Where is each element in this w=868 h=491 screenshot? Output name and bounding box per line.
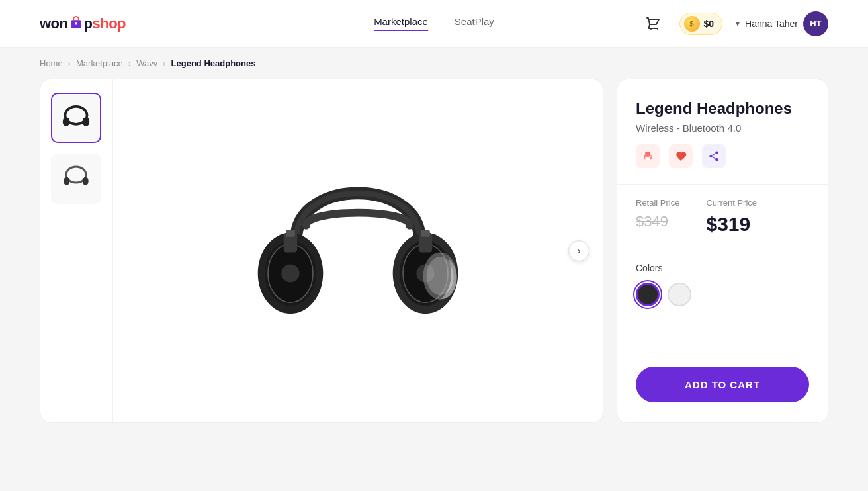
product-main-image (245, 125, 470, 377)
logo-bag-icon (69, 15, 83, 30)
current-price-col: Current Price $319 (706, 198, 757, 236)
svg-point-7 (63, 117, 70, 126)
thumb-2-image (56, 159, 96, 199)
breadcrumb-home[interactable]: Home (40, 58, 63, 68)
svg-point-37 (709, 155, 713, 158)
svg-rect-29 (421, 230, 430, 237)
product-title: Legend Headphones (636, 99, 809, 118)
logo-shop-text: shop (92, 15, 126, 32)
add-to-cart-button[interactable]: ADD TO CART (636, 367, 809, 402)
logo-won-text: won (40, 15, 68, 32)
breadcrumb-brand[interactable]: Wavv (136, 58, 157, 68)
current-price: $319 (706, 213, 757, 236)
user-menu[interactable]: ▾ Hanna Taher HT (736, 11, 828, 36)
chevron-down-icon: ▾ (736, 19, 740, 28)
print-icon (642, 150, 654, 162)
thumbnail-2[interactable] (51, 154, 101, 204)
svg-point-2 (650, 29, 652, 30)
coin-icon: $ (684, 16, 700, 32)
cart-button[interactable] (640, 11, 666, 37)
logo[interactable]: won p shop (40, 15, 126, 32)
main-image-area: › (113, 79, 603, 422)
colors-section: Colors (636, 249, 809, 320)
chevron-right-icon: › (578, 246, 581, 256)
svg-rect-34 (645, 157, 650, 160)
retail-price-col: Retail Price $349 (636, 198, 679, 230)
nav: Marketplace SeatPlay (374, 16, 494, 31)
main-content: › Legend Headphones Wireless - Bluetooth… (0, 79, 868, 449)
price-section: Retail Price $349 Current Price $319 (636, 185, 809, 249)
current-price-label: Current Price (706, 198, 757, 208)
retail-price-label: Retail Price (636, 198, 679, 208)
retail-price: $349 (636, 213, 679, 230)
svg-point-18 (281, 264, 299, 282)
svg-point-31 (427, 257, 454, 295)
thumbnail-1[interactable] (51, 93, 101, 143)
info-panel: Legend Headphones Wireless - Bluetooth 4… (617, 79, 828, 423)
nav-marketplace[interactable]: Marketplace (374, 16, 428, 31)
product-subtitle: Wireless - Bluetooth 4.0 (636, 122, 809, 134)
svg-point-3 (657, 29, 658, 30)
svg-point-13 (83, 177, 89, 185)
heart-icon (675, 150, 687, 162)
breadcrumb-current: Legend Headphones (171, 58, 256, 68)
thumbnail-list (40, 79, 113, 422)
coin-balance[interactable]: $ $0 (679, 13, 723, 35)
product-card: › (40, 79, 603, 423)
breadcrumb-marketplace[interactable]: Marketplace (76, 58, 123, 68)
print-button[interactable] (636, 144, 660, 168)
avatar: HT (803, 11, 828, 36)
color-options (636, 283, 809, 306)
logo-up-text: p (84, 15, 93, 32)
header-right: $ $0 ▾ Hanna Taher HT (640, 11, 829, 37)
action-icons (636, 144, 809, 168)
breadcrumb-sep-1: › (68, 58, 71, 68)
share-icon (708, 150, 720, 162)
breadcrumb-sep-2: › (128, 58, 131, 68)
svg-line-39 (712, 157, 715, 159)
user-name: Hanna Taher (745, 19, 798, 29)
breadcrumb-sep-3: › (163, 58, 165, 68)
svg-point-8 (83, 117, 90, 126)
header: won p shop Marketplace SeatPlay $ $0 ▾ H… (0, 0, 868, 48)
color-swatch-white[interactable] (668, 283, 691, 306)
svg-point-38 (715, 158, 718, 161)
coin-amount: $0 (704, 19, 715, 29)
svg-point-12 (64, 177, 69, 185)
next-image-button[interactable]: › (568, 240, 589, 261)
breadcrumb: Home › Marketplace › Wavv › Legend Headp… (0, 48, 868, 79)
like-button[interactable] (669, 144, 693, 168)
color-swatch-black[interactable] (636, 283, 660, 306)
colors-label: Colors (636, 263, 809, 273)
cart-icon (645, 16, 661, 32)
svg-point-1 (75, 22, 77, 25)
svg-point-36 (715, 151, 718, 154)
svg-point-35 (650, 156, 651, 157)
svg-rect-20 (286, 230, 295, 237)
thumb-1-image (56, 98, 96, 138)
share-button[interactable] (702, 144, 726, 168)
svg-rect-33 (645, 152, 650, 155)
nav-seatplay[interactable]: SeatPlay (455, 16, 494, 31)
svg-line-40 (712, 154, 715, 156)
